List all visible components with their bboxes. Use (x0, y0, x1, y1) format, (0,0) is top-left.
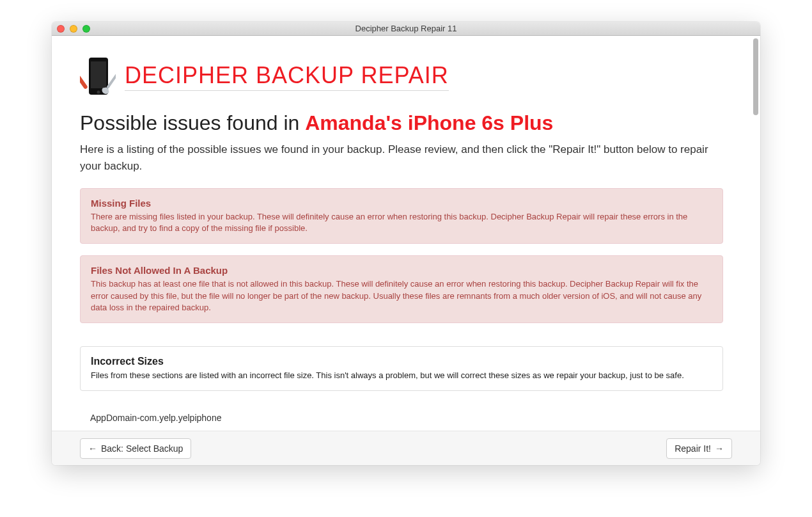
svg-point-2 (97, 91, 100, 94)
brand-title: DECIPHER BACKUP REPAIR (125, 62, 449, 91)
issue-body: There are missing files listed in your b… (91, 211, 712, 234)
content-area: DECIPHER BACKUP REPAIR Possible issues f… (52, 36, 751, 431)
arrow-right-icon (715, 443, 724, 454)
scrollbar-thumb[interactable] (753, 38, 758, 115)
device-name: Amanda's iPhone 6s Plus (305, 111, 553, 134)
svg-rect-1 (91, 61, 106, 88)
page-heading: Possible issues found in Amanda's iPhone… (80, 111, 723, 135)
intro-text: Here is a listing of the possible issues… (80, 141, 723, 174)
arrow-left-icon (88, 443, 97, 454)
footer-bar: Back: Select Backup Repair It! (52, 431, 760, 465)
back-button-label: Back: Select Backup (101, 443, 183, 454)
app-window: Decipher Backup Repair 11 (52, 22, 760, 465)
issue-missing-files: Missing Files There are missing files li… (80, 188, 723, 244)
zoom-window-button[interactable] (82, 25, 90, 33)
svg-rect-3 (80, 75, 88, 90)
issue-title: Missing Files (91, 198, 712, 209)
back-button[interactable]: Back: Select Backup (80, 438, 191, 459)
issue-incorrect-sizes: Incorrect Sizes Files from these section… (80, 346, 723, 391)
close-window-button[interactable] (57, 25, 65, 33)
heading-prefix: Possible issues found in (80, 111, 305, 134)
repair-button-label: Repair It! (675, 443, 711, 454)
repair-button[interactable]: Repair It! (666, 438, 732, 459)
scrollbar[interactable] (751, 36, 760, 431)
window-titlebar: Decipher Backup Repair 11 (52, 22, 760, 36)
brand-icon (80, 55, 116, 97)
content-wrap: DECIPHER BACKUP REPAIR Possible issues f… (52, 36, 760, 431)
issue-files-not-allowed: Files Not Allowed In A Backup This backu… (80, 255, 723, 323)
issue-title: Incorrect Sizes (91, 356, 712, 367)
traffic-lights (57, 25, 90, 33)
issue-body: Files from these sections are listed wit… (91, 370, 712, 381)
list-item: AppDomain-com.yelp.yelpiphone (80, 413, 723, 423)
minimize-window-button[interactable] (70, 25, 77, 33)
issue-body: This backup has at least one file that i… (91, 278, 712, 314)
brand-header: DECIPHER BACKUP REPAIR (80, 55, 723, 97)
issue-title: Files Not Allowed In A Backup (91, 265, 712, 276)
window-title: Decipher Backup Repair 11 (355, 24, 457, 33)
